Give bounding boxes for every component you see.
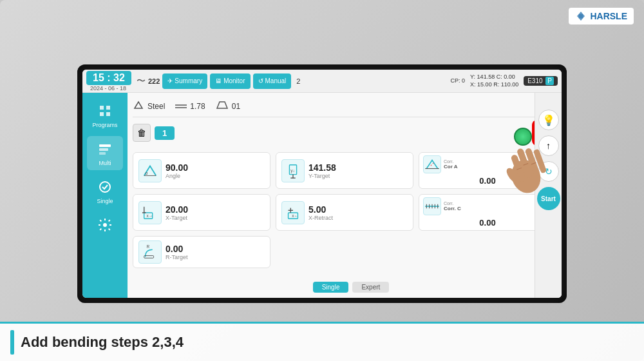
corr-a-header: Corr. Cor A (423, 155, 552, 173)
sidebar-item-settings[interactable] (87, 212, 123, 238)
params-grid: α 90.00 Angle y↓ (133, 152, 556, 268)
x-target-info: 20.00 X-Target (166, 204, 188, 221)
current-step-badge: 1 (155, 126, 175, 140)
material-icon (133, 99, 144, 113)
content-area: Steel 1.78 01 🗑 1 (128, 93, 562, 298)
material-type: Steel (133, 99, 165, 113)
start-button[interactable]: Start (537, 187, 560, 210)
date-display: 2024 - 06 - 18 (90, 85, 126, 92)
sidebar-item-programs[interactable]: Programs (87, 98, 123, 132)
r-target-info: 0.00 R-Target (166, 244, 188, 260)
step-number: 2 (296, 77, 300, 85)
cp-info: CP: 0 (451, 77, 466, 85)
corr-c-icon (423, 197, 441, 215)
sidebar: Programs Multi Single (82, 93, 128, 298)
svg-rect-2 (99, 152, 106, 155)
single-icon (96, 178, 114, 196)
x-retract-cell[interactable]: x← 5.00 X-Retract (276, 194, 413, 231)
y-target-cell[interactable]: y↓ 141.58 Y-Target (276, 152, 413, 189)
svg-point-4 (103, 223, 107, 227)
caption-bar: Add bending steps 2,3,4 (0, 322, 644, 361)
r-target-icon-box: R (138, 240, 162, 264)
corr-a-icon (423, 155, 441, 173)
tab-expert[interactable]: Expert (352, 282, 389, 293)
svg-rect-1 (99, 148, 108, 151)
main-screen: 15 : 32 2024 - 06 - 18 〜 222 ✈ Summary 🖥… (82, 70, 562, 298)
brand-name: HARSLE (590, 11, 627, 21)
y-target-icon-box: y↓ (281, 159, 305, 182)
delete-step-button[interactable]: 🗑 (133, 124, 151, 142)
y-target-info: 141.58 Y-Target (308, 162, 336, 179)
r-target-cell[interactable]: R 0.00 R-Target (133, 236, 270, 268)
light-button[interactable]: 💡 (538, 110, 559, 130)
x-target-icon-box: x→ (138, 201, 162, 224)
waveform-icon: 〜 (137, 75, 146, 87)
position-info: Y: 141.58 C: 0.00 X: 15.00 R: 110.00 (470, 73, 518, 88)
x-target-cell[interactable]: x→ 20.00 X-Target (133, 194, 270, 231)
summary-button[interactable]: ✈ Summary (162, 73, 207, 89)
corr-c-header: Corr. Corr. C (423, 197, 552, 215)
material-thickness: 1.78 (175, 102, 205, 111)
bottom-tabs: Single Expert (173, 282, 529, 293)
manual-button[interactable]: ↺ Manual (253, 73, 292, 89)
multi-icon (96, 140, 114, 158)
refresh-button[interactable]: ↻ (538, 161, 559, 182)
sidebar-item-single[interactable]: Single (87, 174, 123, 208)
gear-icon (96, 216, 114, 234)
svg-point-3 (100, 182, 110, 192)
angle-cell[interactable]: α 90.00 Angle (133, 152, 270, 189)
svg-text:y↓: y↓ (290, 168, 295, 173)
programs-icon (96, 102, 114, 120)
harsle-logo-icon (575, 10, 587, 22)
die-icon (216, 101, 229, 112)
sidebar-item-multi[interactable]: Multi (87, 136, 123, 170)
svg-text:R: R (146, 244, 149, 249)
x-retract-icon-box: x← (281, 201, 305, 224)
manual-icon: ↺ (258, 77, 263, 84)
summary-icon: ✈ (167, 77, 173, 84)
up-button[interactable]: ↑ (538, 135, 559, 156)
x-retract-info: 5.00 X-Retract (308, 204, 333, 221)
caption-text: Add bending steps 2,3,4 (21, 334, 184, 351)
model-badge: E310 P (524, 76, 558, 86)
svg-text:α: α (146, 170, 148, 175)
thickness-icon (175, 102, 187, 111)
svg-text:x→: x→ (146, 213, 153, 218)
die-info: 01 (216, 101, 240, 112)
material-row: Steel 1.78 01 (133, 97, 556, 117)
screen-bezel: 15 : 32 2024 - 06 - 18 〜 222 ✈ Summary 🖥… (77, 64, 567, 303)
svg-rect-0 (99, 144, 111, 147)
green-status-indicator (514, 128, 532, 146)
step-controls: 🗑 1 + (133, 117, 556, 148)
monitor-button[interactable]: 🖥 Monitor (210, 73, 250, 89)
monitor-icon: 🖥 (215, 77, 222, 84)
top-bar: 15 : 32 2024 - 06 - 18 〜 222 ✈ Summary 🖥… (82, 70, 562, 93)
right-controls: 💡 ↑ ↻ Start (535, 93, 562, 298)
program-number: 222 (148, 77, 160, 85)
tab-single[interactable]: Single (313, 282, 349, 293)
svg-text:x←: x← (292, 213, 298, 218)
angle-icon-box: α (138, 159, 162, 182)
caption-accent (10, 330, 14, 355)
time-display: 15 : 32 (86, 71, 131, 85)
harsle-logo: HARSLE (569, 8, 634, 24)
angle-info: 90.00 Angle (166, 162, 188, 179)
